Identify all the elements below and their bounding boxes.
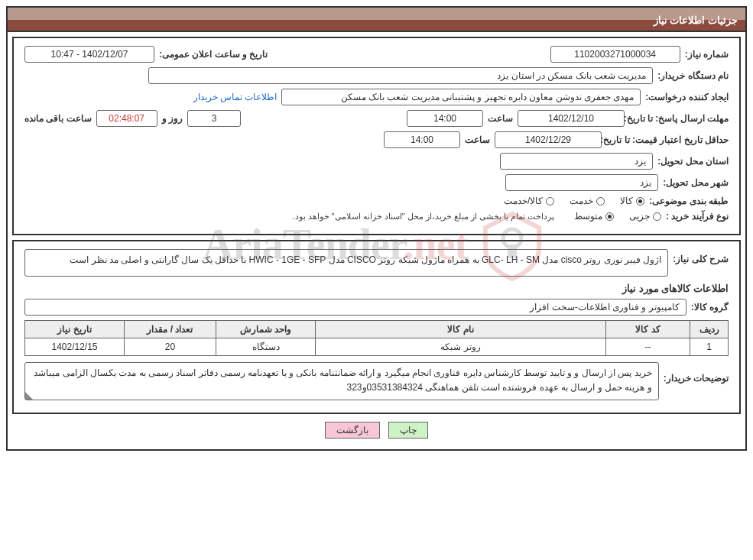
th-qty: تعداد / مقدار — [125, 321, 216, 338]
announce-value: 1402/12/07 - 10:47 — [24, 46, 154, 63]
cell-row: 1 — [690, 338, 729, 356]
purchase-type-label: نوع فرآیند خرید : — [666, 211, 729, 222]
radio-medium-label: متوسط — [574, 211, 602, 222]
need-no-label: شماره نیاز: — [685, 49, 729, 60]
requester-label: ایجاد کننده درخواست: — [645, 92, 729, 102]
cell-code: -- — [606, 338, 690, 356]
need-no-value: 1102003271000034 — [550, 46, 680, 63]
items-table: ردیف کد کالا نام کالا واحد شمارش تعداد /… — [24, 320, 729, 356]
radio-service-label: خدمت — [570, 196, 593, 206]
province-label: استان محل تحویل: — [657, 156, 729, 167]
validity-date: 1402/12/29 — [495, 131, 602, 148]
resize-handle-icon — [25, 392, 33, 400]
radio-goods-label: کالا — [620, 196, 633, 206]
radio-small-label: جزیی — [629, 211, 650, 222]
days-left: 3 — [187, 110, 241, 127]
radio-icon — [596, 197, 605, 206]
radio-both-label: کالا/خدمت — [504, 196, 543, 206]
radio-small[interactable]: جزیی — [629, 211, 661, 222]
buyer-org-value: مدیریت شعب بانک مسکن در استان یزد — [148, 67, 653, 84]
th-code: کد کالا — [606, 321, 690, 338]
back-button[interactable]: بازگشت — [325, 422, 380, 439]
province-value: یزد — [500, 153, 653, 170]
items-heading: اطلاعات کالاهای مورد نیاز — [24, 283, 729, 294]
time-label-2: ساعت — [465, 134, 490, 145]
radio-icon — [653, 212, 661, 221]
buyer-org-label: نام دستگاه خریدار: — [657, 70, 729, 81]
general-need-label: شرح کلی نیاز: — [673, 249, 729, 264]
need-info-section: شماره نیاز: 1102003271000034 تاریخ و ساع… — [12, 37, 741, 235]
radio-icon — [605, 212, 614, 221]
time-label: ساعت — [488, 113, 513, 124]
need-details-section: شرح کلی نیاز: اژول فیبر نوری روتر cisco … — [12, 240, 741, 414]
days-word: روز و — [162, 113, 183, 124]
radio-medium[interactable]: متوسط — [574, 211, 614, 222]
group-value: کامپیوتر و فناوری اطلاعات-سخت افزار — [24, 299, 686, 316]
buyer-desc-text: خرید پس از ارسال و و تایید توسط کارشناس … — [24, 362, 659, 400]
remain-text: ساعت باقی مانده — [24, 113, 92, 124]
radio-icon — [636, 197, 644, 206]
th-row: ردیف — [690, 321, 729, 338]
group-label: گروه کالا: — [691, 302, 729, 312]
buyer-contact-link[interactable]: اطلاعات تماس خریدار — [193, 92, 278, 102]
cell-unit: دستگاه — [216, 338, 316, 356]
announce-label: تاریخ و ساعت اعلان عمومی: — [159, 49, 268, 60]
validity-label: حداقل تاریخ اعتبار قیمت: تا تاریخ: — [606, 134, 729, 145]
page-title: جزئیات اطلاعات نیاز — [654, 15, 738, 26]
th-name: نام کالا — [316, 321, 606, 338]
buyer-desc-label: توضیحات خریدار: — [664, 362, 729, 384]
requester-value: مهدی جعفری ندوشن معاون دایره تجهیز و پشت… — [281, 89, 641, 105]
cell-date: 1402/12/15 — [25, 338, 125, 356]
general-need-text: اژول فیبر نوری روتر cisco مدل GLC- LH - … — [24, 249, 668, 277]
radio-both[interactable]: کالا/خدمت — [504, 196, 554, 206]
table-row: 1 -- روتر شبکه دستگاه 20 1402/12/15 — [25, 338, 729, 356]
countdown: 02:48:07 — [96, 110, 157, 127]
cell-qty: 20 — [125, 338, 216, 356]
deadline-date: 1402/12/10 — [518, 110, 625, 127]
cell-name: روتر شبکه — [316, 338, 606, 356]
th-unit: واحد شمارش — [216, 321, 316, 338]
th-date: تاریخ نیاز — [25, 321, 125, 338]
city-value: یزد — [505, 174, 658, 191]
purchase-note: پرداخت تمام یا بخشی از مبلغ خرید،از محل … — [292, 212, 554, 222]
subject-type-label: طبقه بندی موضوعی: — [649, 196, 729, 206]
city-label: شهر محل تحویل: — [663, 177, 729, 188]
print-button[interactable]: چاپ — [388, 422, 428, 439]
validity-time: 14:00 — [384, 131, 460, 148]
deadline-time: 14:00 — [407, 110, 483, 127]
radio-icon — [546, 197, 554, 206]
radio-service[interactable]: خدمت — [570, 196, 605, 206]
deadline-label: مهلت ارسال پاسخ: تا تاریخ: — [629, 113, 729, 124]
radio-goods[interactable]: کالا — [620, 196, 644, 206]
